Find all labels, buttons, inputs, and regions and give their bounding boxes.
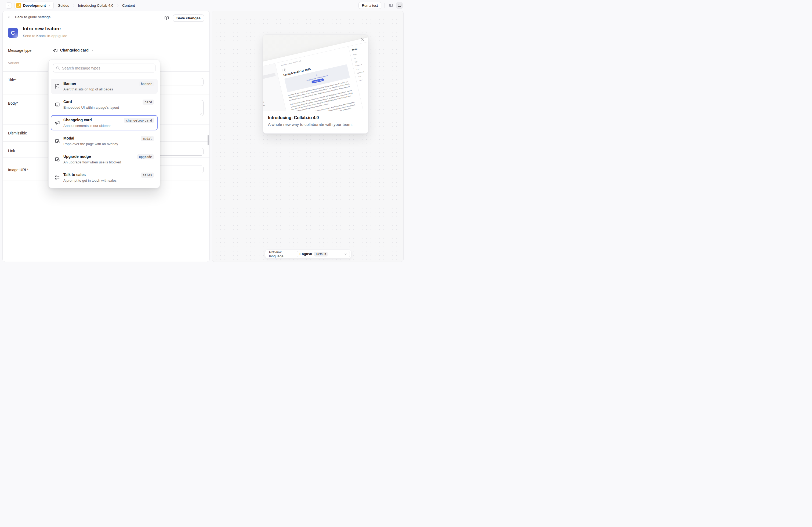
details-row-label: Status [353, 53, 357, 56]
back-to-guide-settings-link[interactable]: Back to guide settings [8, 15, 50, 19]
option-title: Banner [63, 81, 76, 86]
toggle-left-panel-button[interactable] [388, 2, 394, 9]
flag-icon [55, 84, 60, 89]
option-title: Card [63, 100, 72, 104]
option-tag: banner [139, 81, 154, 86]
language-value: English [300, 252, 312, 256]
message-type-value: Changelog card [60, 48, 89, 52]
top-bar-actions: Run a test [359, 2, 403, 9]
details-row-label: ↳ by [356, 68, 359, 70]
option-tag: sales [141, 172, 154, 178]
upgrade-icon [55, 157, 60, 162]
body-field-label: Body* [8, 101, 18, 105]
arrow-left-icon [8, 15, 12, 19]
message-type-dropdown: Banner banner Alert that sits on top of … [48, 60, 160, 188]
message-type-label: Message type [8, 48, 31, 52]
details-row-label: Dates [359, 79, 363, 81]
preview-panel: Share 2025 Q2 Launch datesLaunch week H1… [212, 11, 404, 262]
option-title: Modal [63, 136, 74, 140]
top-bar: Development Guides Introducing Collab 4.… [0, 0, 406, 11]
message-type-option-card[interactable]: Card card Embedded UI within a page’s la… [51, 97, 158, 112]
option-description: Embedded UI within a page’s layout [63, 105, 154, 109]
chevron-left-icon [7, 4, 11, 7]
variant-label: Variant [8, 61, 19, 65]
panel-left-icon [389, 3, 393, 7]
chevron-down-icon [91, 48, 94, 52]
panel-right-icon [397, 3, 402, 7]
details-row-label: ↳ by [358, 75, 361, 77]
megaphone-icon [55, 120, 60, 125]
breadcrumb-guide-name[interactable]: Introducing Collab 4.0 [78, 3, 113, 7]
divider [3, 43, 209, 43]
run-a-test-button[interactable]: Run a test [359, 2, 381, 9]
sales-icon [55, 175, 60, 180]
card-icon [55, 102, 60, 107]
language-variant-badge: Default [314, 252, 328, 257]
rocket-icon [282, 68, 287, 73]
upload-icon [315, 74, 318, 77]
docs-button[interactable] [164, 16, 169, 20]
chevron-down-icon [48, 4, 51, 7]
message-type-option-banner[interactable]: Banner banner Alert that sits on top of … [51, 79, 158, 94]
search-input[interactable] [62, 66, 153, 70]
option-description: Alert that sits on top of all pages [63, 87, 154, 91]
preview-card-media: Share 2025 Q2 Launch datesLaunch week H1… [263, 35, 368, 111]
save-changes-button[interactable]: Save changes [173, 15, 204, 22]
option-tag: modal [141, 136, 154, 141]
dismissible-label: Dismissible [8, 131, 27, 135]
option-tag: upgrade [137, 154, 154, 160]
workspace-name: Development [23, 3, 46, 7]
preview-screenshot: Share 2025 Q2 Launch datesLaunch week H1… [263, 35, 368, 111]
details-row-label: Key [354, 57, 356, 59]
changelog-preview-card: Share 2025 Q2 Launch datesLaunch week H1… [263, 34, 368, 134]
megaphone-icon [53, 48, 58, 52]
close-x-glyph [361, 37, 365, 42]
title-field-label: Title* [8, 78, 16, 82]
option-tag: card [143, 100, 154, 105]
git-branch-icon [16, 3, 21, 8]
preview-language-label: Preview language [269, 250, 297, 258]
toggle-right-panel-button[interactable] [396, 2, 403, 9]
workspace-switcher[interactable]: Development [14, 2, 54, 9]
guide-avatar: C [8, 28, 18, 38]
message-type-options: Banner banner Alert that sits on top of … [48, 76, 160, 188]
details-row-label: Tags [354, 61, 358, 63]
modal-icon [55, 138, 60, 144]
option-tag: changelog-card [124, 118, 154, 123]
message-type-search[interactable] [53, 64, 156, 73]
message-type-trigger[interactable]: Changelog card [53, 48, 94, 52]
message-type-option-changelog-card[interactable]: Changelog card changelog-card Announceme… [51, 115, 158, 131]
option-title: Talk to sales [63, 172, 86, 177]
breadcrumb: Guides Introducing Collab 4.0 Content [58, 3, 135, 7]
scrollbar-thumb[interactable] [207, 135, 209, 145]
link-label: Link [8, 149, 15, 153]
rocket-glyph [283, 69, 286, 72]
option-title: Changelog card [63, 118, 92, 122]
toolbar-divider [384, 3, 385, 8]
message-type-option-modal[interactable]: Modal modal Pops-over the page with an o… [51, 133, 158, 149]
guide-subtitle: Send to Knock in-app guide [23, 34, 68, 38]
screenshot-columns: 2025 Q2 Launch datesLaunch week H1 2025L… [263, 38, 368, 111]
search-icon [56, 66, 60, 70]
preview-language-select[interactable]: English Default [297, 251, 350, 257]
chevron-right-icon [116, 4, 119, 7]
guide-title: Intro new feature [23, 26, 61, 32]
breadcrumb-content[interactable]: Content [122, 3, 135, 7]
chevron-down-icon [344, 253, 347, 256]
message-type-option-sales[interactable]: Talk to sales sales A prompt to get in t… [51, 170, 158, 185]
option-title: Upgrade nudge [63, 154, 91, 159]
close-icon[interactable] [361, 37, 365, 42]
resize-grip-icon[interactable] [199, 112, 202, 115]
history-back-button[interactable] [6, 2, 12, 9]
book-open-icon [164, 16, 169, 20]
editor-actions: Save changes [164, 15, 204, 22]
option-description: An upgrade flow when use is blocked [63, 160, 154, 164]
preview-card-subtitle: A whole new way to collaborate with your… [268, 122, 363, 127]
option-description: Pops-over the page with an overlay [63, 142, 154, 146]
breadcrumb-guides[interactable]: Guides [58, 3, 69, 7]
preview-language-bar: Preview language English Default [265, 250, 351, 258]
option-description: A prompt to get in touch with sales [63, 178, 154, 182]
message-type-option-upgrade[interactable]: Upgrade nudge upgrade An upgrade flow wh… [51, 152, 158, 167]
back-link-label: Back to guide settings [15, 15, 50, 19]
image-url-label: Image URL* [8, 168, 28, 172]
